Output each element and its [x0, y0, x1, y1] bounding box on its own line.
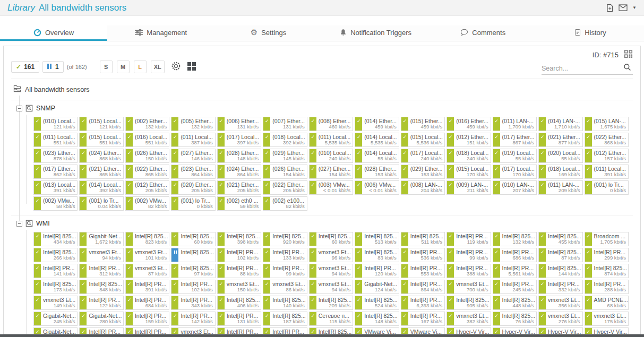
sensor-tile[interactable]: ✓Intel[R] 825...97 kbit/s [171, 264, 215, 278]
sensor-tile[interactable]: ✓Intel[R] PR...754 kbit/s [263, 327, 307, 334]
sensor-tile[interactable]: ✓(012) Ether...157 kbit/s [585, 149, 629, 163]
collapse-toggle-icon[interactable] [16, 221, 22, 227]
sensor-tile[interactable]: ✓Hyper-V Vir...95 kbit/s [493, 327, 537, 334]
sensor-tile[interactable]: ✓(012) Ether...151 kbit/s [446, 133, 491, 147]
sensor-tile[interactable]: ✓(009) LAN-...211 kbit/s [446, 180, 491, 195]
sensor-tile[interactable]: ✓(014) Local...392 kbit/s [79, 180, 123, 195]
sensor-tile[interactable]: ✓Intel[R] 825...455 kbit/s [538, 232, 582, 246]
sensor-tile[interactable]: ✓Intel[R] PR...245 kbit/s [493, 280, 537, 294]
sensor-tile[interactable]: ✓Intel[R] PR...343 kbit/s [171, 296, 215, 310]
sensor-tile[interactable]: ✓Intel[R] PR...391 kbit/s [125, 280, 169, 294]
tab-management[interactable]: Management [107, 25, 214, 41]
sensor-tile[interactable]: ✓(010) LAN-...207 kbit/s [493, 180, 537, 195]
sensor-tile[interactable]: ✓(020) Local...55 kbit/s [538, 149, 582, 163]
sensor-tile[interactable]: ✓(017) Local...170 kbit/s [493, 165, 537, 179]
tab-overview[interactable]: Overview [0, 25, 107, 41]
sensor-tile[interactable]: ✓(006) VMw...< 0.01 kbit/s [355, 180, 399, 195]
email-icon[interactable] [619, 4, 628, 11]
sensor-tile[interactable]: ✓(002) eth0 ...59 kbit/s [217, 196, 261, 211]
sensor-tile[interactable]: ✓Intel[R] 825...398 kbit/s [217, 232, 261, 246]
sensor-tile[interactable]: ✓(027) Ether...146 kbit/s [171, 149, 215, 163]
sensor-tile[interactable]: ✓Intel[R] PR...494 kbit/s [217, 327, 261, 334]
sensor-tile[interactable]: ✓(010) Local...240 kbit/s [309, 149, 353, 163]
sensor-tile[interactable]: ✓vmxnet3 Et...149 kbit/s [33, 296, 78, 310]
sensor-tile[interactable]: ✓Intel[R] 825...60 kbit/s [309, 232, 353, 246]
sensor-tile[interactable]: ✓(019) Local...55 kbit/s [493, 149, 537, 163]
sensor-tile[interactable]: ✓Intel[R] PR...99 kbit/s [263, 264, 307, 278]
paused-sensors-filter[interactable]: 1 [42, 61, 64, 73]
sensor-tile[interactable]: ✓Сетевое п...115 kbit/s [309, 312, 353, 326]
sensor-tile[interactable]: ✓Intel[R] PR...167 kbit/s [401, 312, 445, 326]
sensor-tile[interactable]: ✓Intel[R] PR...119 kbit/s [446, 232, 491, 246]
sensor-tile[interactable]: ✓Intel[R] PR...120 kbit/s [355, 264, 399, 278]
sensor-tile[interactable]: ✓(002) Ether...132 kbit/s [125, 117, 169, 131]
sensor-tile[interactable]: ✓(001) lo Tr...0 kbit/s [585, 180, 629, 195]
sensor-tile[interactable]: ✓(002) VMw...82 kbit/s [125, 196, 169, 211]
sensor-tile[interactable]: ✓(018) Local...169 kbit/s [538, 165, 582, 179]
sensor-tile[interactable]: Intel[R] 825... [171, 248, 215, 262]
sensor-tile[interactable]: ✓(002) e100...82 kbit/s [263, 196, 307, 211]
sensor-tile[interactable]: ✓(012) Ether...205 kbit/s [125, 180, 169, 195]
sensor-tile[interactable]: ✓Intel[R] PR...332 kbit/s [538, 280, 582, 294]
sensor-tile[interactable]: ✓vmxnet3 Et...276 kbit/s [538, 312, 582, 326]
sensor-tile[interactable]: ✓Intel[R] 825...823 kbit/s [125, 232, 169, 246]
sensor-tile[interactable]: ✓(016) Local...551 kbit/s [125, 133, 169, 147]
sensor-tile[interactable]: ✓Intel[R] PR...88 kbit/s [217, 264, 261, 278]
sensor-tile[interactable]: ✓Intel[R] PR...684 kbit/s [125, 296, 169, 310]
sensor-tile[interactable]: ✓(021) Ether...205 kbit/s [217, 180, 261, 195]
sensor-tile[interactable]: ✓(022) Ether...865 kbit/s [125, 165, 169, 179]
tab-notification-triggers[interactable]: Notification Triggers [322, 25, 430, 41]
sensor-tile[interactable]: ✓Intel[R] PR...6,393 kbit/s [401, 296, 445, 310]
sensor-tile[interactable]: ✓Intel[R] 825...874 kbit/s [585, 264, 629, 278]
sensor-tile[interactable]: ✓(015) Ether...459 kbit/s [401, 117, 445, 131]
dropdown-caret-icon[interactable]: ▼ [632, 5, 637, 10]
sensor-tile[interactable]: ✓(016) Ether...459 kbit/s [446, 117, 491, 131]
sensor-tile[interactable]: ✓Intel[R] 825...76 kbit/s [493, 312, 537, 326]
sensor-tile[interactable]: ✓(007) Ether...131 kbit/s [263, 117, 307, 131]
sensor-tile[interactable]: ✓(015) LAN-...1,675 kbit/s [585, 117, 629, 131]
tab-settings[interactable]: ⚙Settings [214, 25, 322, 41]
search-input[interactable] [542, 65, 620, 72]
sensor-tile[interactable]: ✓vmxnet3 Et...94 kbit/s [309, 280, 353, 294]
sensor-tile[interactable]: ✓Broadcom ...1,705 kbit/s [585, 232, 629, 246]
library-root-node[interactable]: All bandwidth sensors [11, 79, 633, 98]
sensor-tile[interactable]: ✓Intel[R] 825...524 kbit/s [355, 296, 399, 310]
sensor-tile[interactable]: ✓vmxnet3 Et...382 kbit/s [446, 312, 491, 326]
size-l-button[interactable]: L [134, 61, 147, 73]
sensor-tile[interactable]: ✓Intel[R] 825...187 kbit/s [263, 312, 307, 326]
sensor-tile[interactable]: ✓Intel[R] PR...142 kbit/s [171, 312, 215, 326]
sensor-tile[interactable]: ✓(017) Local...240 kbit/s [401, 149, 445, 163]
sensor-tile[interactable]: ✓VMware Vi...< 0.01 kbit/s [401, 327, 445, 334]
sensor-tile[interactable]: ✓(014) Ether...459 kbit/s [355, 117, 399, 131]
sensor-tile[interactable]: ✓Gigabit-Net...245 kbit/s [33, 312, 78, 326]
sensor-tile[interactable]: ✓(017) Ether...867 kbit/s [493, 133, 537, 147]
tab-comments[interactable]: Comments [430, 25, 537, 41]
sensor-tile[interactable]: ✓Intel[R] PR...131 kbit/s [217, 312, 261, 326]
sensor-tile[interactable]: ✓(018) Local...392 kbit/s [263, 133, 307, 147]
sensor-tile[interactable]: ✓(022) Ether...205 kbit/s [263, 180, 307, 195]
sensor-tile[interactable]: ✓Intel[R] 825...920 kbit/s [263, 232, 307, 246]
size-s-button[interactable]: S [100, 61, 113, 73]
sensor-tile[interactable]: ✓(015) Local...170 kbit/s [446, 165, 491, 179]
sensor-tile[interactable]: ✓(008) Ether...460 kbit/s [309, 117, 353, 131]
sensor-tile[interactable]: ✓Intel[R] 825...266 kbit/s [33, 248, 78, 262]
sensor-tile[interactable]: ✓(011) LAN-...1,709 kbit/s [493, 117, 537, 131]
add-report-icon[interactable] [606, 4, 614, 12]
collapse-toggle-icon[interactable] [16, 106, 22, 111]
sensor-tile[interactable]: ✓Hyper-V Vir...201 kbit/s [585, 327, 629, 334]
sensor-tile[interactable]: ✓(010) Local...121 kbit/s [33, 117, 78, 131]
sensor-tile[interactable]: ✓(005) Ether...132 kbit/s [171, 117, 215, 131]
sensor-tile[interactable]: ✓Intel[R] PR...102 kbit/s [171, 280, 215, 294]
sensor-tile[interactable]: ✓(017) Ether...862 kbit/s [33, 165, 78, 179]
sensor-tile[interactable]: ✓Intel[R] 825...210 kbit/s [309, 327, 353, 334]
size-xl-button[interactable]: XL [151, 61, 165, 73]
sensor-tile[interactable]: ✓(024) Ether...868 kbit/s [79, 149, 123, 163]
sensor-tile[interactable]: ✓Intel[R] 825...83 kbit/s [355, 248, 399, 262]
sensor-tile[interactable]: ✓(006) Ether...131 kbit/s [217, 117, 261, 131]
sensor-tile[interactable]: ✓Intel[R] PR...299 kbit/s [585, 248, 629, 262]
sensor-tile[interactable]: ✓(002) VMw...58 kbit/s [33, 196, 78, 211]
sensor-tile[interactable]: ✓Intel[R] 825...148 kbit/s [355, 312, 399, 326]
sensor-tile[interactable]: ✓Intel[R] PR...686 kbit/s [493, 248, 537, 262]
sensor-tile[interactable]: ✓Hyper-V Vir...202 kbit/s [446, 327, 491, 334]
sensor-tile[interactable]: ✓(011) Local...387 kbit/s [171, 133, 215, 147]
